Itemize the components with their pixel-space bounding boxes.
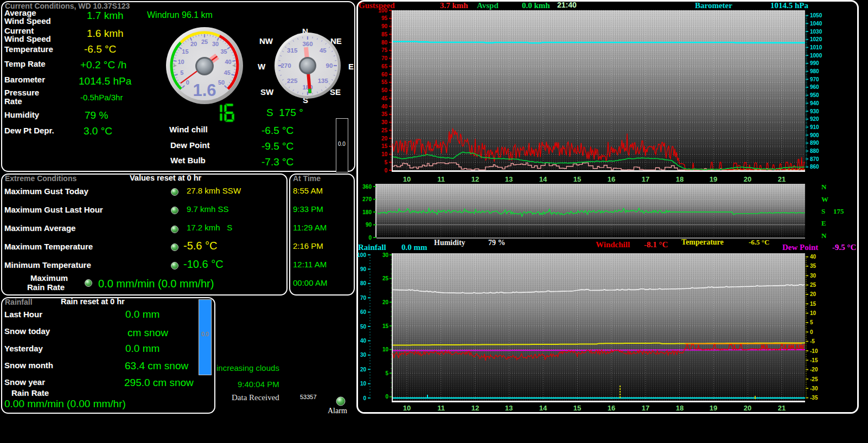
svg-text:990: 990 <box>810 60 819 66</box>
svg-text:15: 15 <box>810 301 816 307</box>
svg-text:80: 80 <box>381 40 388 46</box>
svg-text:19: 19 <box>710 404 717 412</box>
svg-text:N: N <box>821 183 827 191</box>
svg-text:25: 25 <box>382 275 389 281</box>
svg-text:15: 15 <box>382 323 389 329</box>
svg-text:21: 21 <box>778 404 786 412</box>
svg-text:35: 35 <box>381 111 388 117</box>
svg-text:40: 40 <box>225 59 231 65</box>
svg-text:1040: 1040 <box>810 21 822 27</box>
svg-text:50: 50 <box>381 87 388 93</box>
svg-text:20: 20 <box>810 291 816 297</box>
svg-text:E: E <box>821 219 826 227</box>
svg-text:-8.1 °C: -8.1 °C <box>644 240 668 249</box>
svg-text:-15: -15 <box>810 357 818 363</box>
svg-text:270: 270 <box>280 62 291 69</box>
svg-text:30: 30 <box>212 41 219 47</box>
svg-text:0: 0 <box>385 394 388 400</box>
svg-text:W: W <box>821 195 828 203</box>
svg-text:-35: -35 <box>810 395 818 401</box>
svg-text:35: 35 <box>810 263 816 269</box>
svg-text:90: 90 <box>366 222 372 228</box>
svg-text:20: 20 <box>744 175 751 183</box>
svg-text:-5: -5 <box>810 338 815 344</box>
svg-text:80: 80 <box>360 280 367 286</box>
svg-text:90: 90 <box>360 266 367 272</box>
svg-text:5: 5 <box>810 319 813 325</box>
svg-text:15: 15 <box>573 175 581 183</box>
svg-text:0: 0 <box>368 235 372 241</box>
svg-text:180: 180 <box>362 209 372 215</box>
svg-text:880: 880 <box>810 148 819 154</box>
svg-text:79 %: 79 % <box>488 239 506 247</box>
svg-text:75: 75 <box>381 47 388 53</box>
svg-text:970: 970 <box>810 76 819 82</box>
svg-text:1014.5 hPa: 1014.5 hPa <box>770 1 809 10</box>
svg-text:35: 35 <box>220 48 227 55</box>
svg-text:10: 10 <box>177 59 184 65</box>
svg-text:90: 90 <box>326 62 333 69</box>
svg-text:Avspd: Avspd <box>477 1 499 10</box>
svg-text:-25: -25 <box>810 376 818 382</box>
svg-text:1020: 1020 <box>810 36 822 42</box>
svg-text:0.0 kmh: 0.0 kmh <box>522 1 550 10</box>
svg-text:1010: 1010 <box>810 44 822 50</box>
svg-text:0.0 mm: 0.0 mm <box>401 243 427 252</box>
svg-text:1.6: 1.6 <box>193 81 216 100</box>
svg-text:13: 13 <box>505 175 513 183</box>
svg-text:17: 17 <box>642 175 649 183</box>
svg-text:940: 940 <box>810 100 819 106</box>
svg-text:40: 40 <box>381 104 388 110</box>
svg-text:0: 0 <box>186 79 189 86</box>
svg-text:-6.5 °C: -6.5 °C <box>749 238 769 246</box>
svg-text:17: 17 <box>642 404 649 412</box>
svg-text:30: 30 <box>381 119 388 125</box>
svg-text:1030: 1030 <box>810 29 822 35</box>
svg-text:225: 225 <box>287 78 298 84</box>
svg-text:950: 950 <box>810 92 819 98</box>
svg-text:25: 25 <box>381 127 388 133</box>
svg-text:25: 25 <box>201 38 208 45</box>
svg-text:Rainfall: Rainfall <box>358 243 386 252</box>
svg-text:20: 20 <box>360 367 367 373</box>
svg-text:40: 40 <box>810 254 816 260</box>
svg-text:10: 10 <box>403 175 411 183</box>
svg-text:16: 16 <box>608 175 615 183</box>
svg-text:270: 270 <box>362 196 372 202</box>
svg-text:0: 0 <box>384 168 387 174</box>
svg-text:1050: 1050 <box>810 12 822 18</box>
svg-text:50: 50 <box>218 79 225 86</box>
svg-text:0: 0 <box>810 329 813 335</box>
svg-text:11: 11 <box>437 175 445 183</box>
svg-text:10: 10 <box>382 346 389 352</box>
svg-text:21: 21 <box>778 175 786 183</box>
svg-text:55: 55 <box>381 79 388 85</box>
svg-text:175: 175 <box>833 207 844 215</box>
svg-text:40: 40 <box>360 338 367 344</box>
svg-text:5: 5 <box>180 69 183 76</box>
svg-text:18: 18 <box>676 404 684 412</box>
svg-text:900: 900 <box>810 132 819 138</box>
svg-text:930: 930 <box>810 108 819 114</box>
svg-text:15: 15 <box>381 143 388 149</box>
svg-text:70: 70 <box>381 55 388 61</box>
svg-text:20: 20 <box>382 299 389 305</box>
svg-text:860: 860 <box>810 164 819 170</box>
svg-text:20: 20 <box>190 41 197 47</box>
svg-text:Dew Point: Dew Point <box>782 243 818 252</box>
svg-text:Windchill: Windchill <box>596 240 630 249</box>
svg-text:135: 135 <box>318 78 329 84</box>
svg-text:30: 30 <box>810 273 816 279</box>
svg-text:20: 20 <box>381 136 388 142</box>
svg-text:-10: -10 <box>810 348 818 354</box>
svg-text:11: 11 <box>437 404 445 412</box>
svg-text:70: 70 <box>360 295 367 301</box>
svg-text:0: 0 <box>363 395 366 401</box>
svg-text:10: 10 <box>810 310 816 316</box>
svg-text:960: 960 <box>810 84 819 90</box>
svg-text:315: 315 <box>287 47 298 54</box>
svg-text:15: 15 <box>573 404 581 412</box>
svg-text:10: 10 <box>381 151 388 157</box>
svg-text:13: 13 <box>505 404 513 412</box>
svg-text:45: 45 <box>224 69 231 76</box>
